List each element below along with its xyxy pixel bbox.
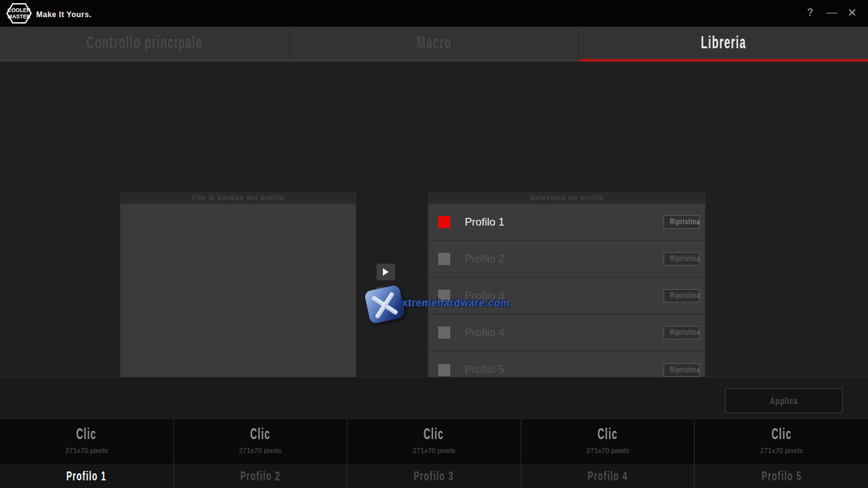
right-arrow-icon (383, 268, 389, 276)
restore-button[interactable]: Ripristina (664, 289, 700, 302)
tab-label: Controllo principale (86, 33, 203, 53)
backup-panel-title: File di backup del profilo (120, 192, 356, 203)
profile-strip-tab-2[interactable]: Profilo 2 (174, 463, 347, 488)
binding-size: 271x70 pixels (695, 447, 868, 454)
binding-summary: Clic 271x70 pixels (0, 419, 173, 463)
profile-checkbox[interactable] (438, 327, 450, 339)
profile-name: Profilo 2 (465, 253, 504, 266)
binding-action: Clic (598, 425, 618, 443)
profile-row-3[interactable]: Profilo 3 Ripristina (429, 278, 705, 315)
profile-strip-tab-1[interactable]: Profilo 1 (0, 463, 173, 488)
profile-checkbox[interactable] (438, 253, 450, 265)
profile-panel-title: Seleziona un profilo (428, 192, 705, 203)
app-window: COOLER MASTER Make It Yours. ? — ✕ Contr… (0, 0, 868, 488)
profile-strip-tab-5[interactable]: Profilo 5 (695, 463, 868, 488)
title-bar: COOLER MASTER Make It Yours. ? — ✕ (0, 0, 868, 27)
profile-strip-label: Profilo 5 (761, 464, 801, 487)
profile-strip-cell-5: Clic 271x70 pixels Profilo 5 (695, 419, 868, 488)
profile-strip-cell-3: Clic 271x70 pixels Profilo 3 (347, 419, 521, 488)
profile-checkbox[interactable] (438, 364, 450, 376)
binding-summary: Clic 271x70 pixels (521, 419, 695, 463)
binding-action: Clic (76, 425, 97, 443)
binding-size: 271x70 pixels (521, 447, 695, 454)
tab-libreria[interactable]: Libreria (579, 27, 868, 62)
profile-checkbox[interactable] (438, 216, 450, 228)
apply-button[interactable]: Applica (725, 388, 843, 413)
binding-size: 271x70 pixels (0, 447, 173, 454)
brand-tagline: Make It Yours. (36, 10, 91, 19)
profile-row-1[interactable]: Profilo 1 Ripristina (429, 204, 705, 241)
profile-strip-cell-4: Clic 271x70 pixels Profilo 4 (521, 419, 695, 488)
footer-bar: Applica (0, 377, 868, 419)
profile-name: Profilo 5 (465, 363, 504, 376)
backup-file-list[interactable] (120, 203, 356, 389)
close-icon[interactable]: ✕ (844, 5, 860, 22)
restore-label: Ripristina (670, 290, 700, 302)
move-right-button[interactable] (377, 264, 395, 280)
restore-button[interactable]: Ripristina (664, 215, 700, 229)
profile-strip: Clic 271x70 pixels Profilo 1 Clic 271x70… (0, 419, 868, 488)
library-content: File di backup del profilo Elimina Impos… (0, 62, 868, 377)
tab-macro[interactable]: Macro (290, 27, 579, 62)
profile-strip-label: Profilo 3 (414, 464, 454, 487)
profile-row-2[interactable]: Profilo 2 Ripristina (429, 241, 705, 278)
restore-button[interactable]: Ripristina (664, 363, 700, 377)
binding-summary: Clic 271x70 pixels (174, 419, 347, 463)
profile-strip-cell-2: Clic 271x70 pixels Profilo 2 (174, 419, 348, 488)
binding-action: Clic (771, 425, 792, 443)
profile-strip-tab-3[interactable]: Profilo 3 (347, 463, 521, 488)
binding-summary: Clic 271x70 pixels (347, 419, 521, 463)
tab-controllo-principale[interactable]: Controllo principale (0, 27, 290, 62)
profile-strip-label: Profilo 1 (67, 464, 107, 487)
apply-label: Applica (770, 389, 798, 412)
restore-label: Ripristina (670, 364, 700, 376)
binding-action: Clic (250, 425, 270, 443)
help-icon[interactable]: ? (802, 5, 818, 22)
restore-button[interactable]: Ripristina (664, 326, 700, 339)
svg-text:MASTER: MASTER (8, 13, 30, 20)
minimize-icon[interactable]: — (824, 5, 840, 22)
profile-strip-cell-1: Clic 271x70 pixels Profilo 1 (0, 419, 174, 488)
profile-strip-tab-4[interactable]: Profilo 4 (521, 463, 695, 488)
tab-label: Libreria (701, 33, 746, 53)
profile-strip-label: Profilo 4 (587, 464, 627, 487)
tab-bar: Controllo principale Macro Libreria (0, 27, 868, 62)
profile-strip-label: Profilo 2 (240, 464, 280, 487)
binding-size: 271x70 pixels (347, 447, 521, 454)
restore-label: Ripristina (670, 253, 700, 265)
restore-button[interactable]: Ripristina (664, 252, 700, 266)
restore-label: Ripristina (670, 327, 700, 339)
binding-size: 271x70 pixels (174, 447, 347, 454)
svg-text:COOLER: COOLER (8, 7, 30, 13)
tab-label: Macro (417, 33, 452, 53)
cooler-master-logo-icon: COOLER MASTER (6, 3, 32, 24)
watermark-x-icon (364, 285, 406, 325)
binding-action: Clic (424, 425, 444, 443)
restore-label: Ripristina (670, 216, 700, 228)
profile-name: Profilo 1 (465, 216, 504, 229)
profile-name: Profilo 4 (465, 327, 504, 339)
profile-row-4[interactable]: Profilo 4 Ripristina (429, 315, 705, 351)
binding-summary: Clic 271x70 pixels (695, 419, 868, 463)
watermark-text: xtremehardware.com (402, 297, 510, 309)
